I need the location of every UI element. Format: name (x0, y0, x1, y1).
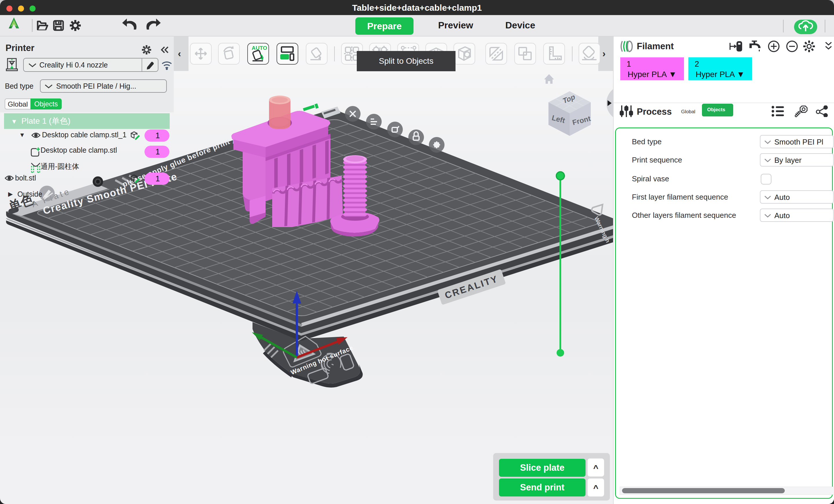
svg-text:AUTO: AUTO (251, 45, 267, 51)
